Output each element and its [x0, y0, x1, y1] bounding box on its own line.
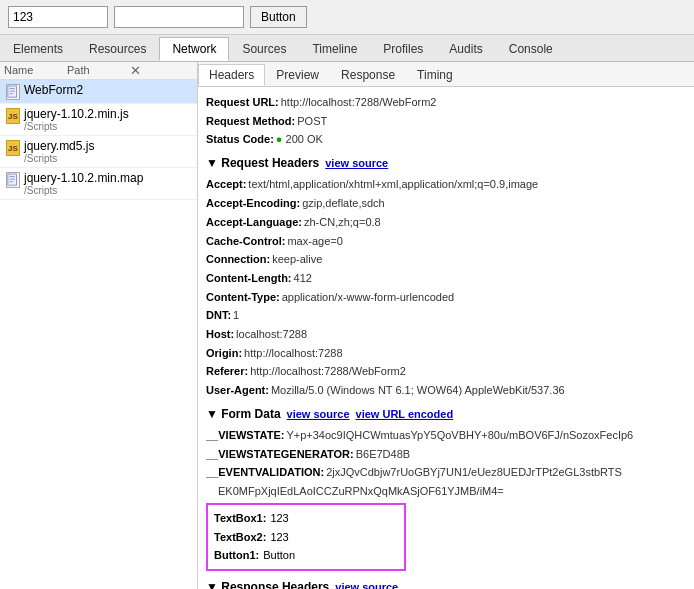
right-tab-bar: Headers Preview Response Timing — [198, 62, 694, 87]
tab-profiles[interactable]: Profiles — [370, 37, 436, 61]
button1-key: Button1: — [214, 546, 259, 565]
tab-sources[interactable]: Sources — [229, 37, 299, 61]
textbox2-key: TextBox2: — [214, 528, 266, 547]
request-url-row: Request URL: http://localhost:7288/WebFo… — [206, 93, 686, 112]
top-bar: Button — [0, 0, 694, 35]
status-dot: ● — [276, 133, 286, 145]
devtools-tab-bar: Elements Resources Network Sources Timel… — [0, 35, 694, 62]
textbox1-row: TextBox1: 123 — [214, 509, 398, 528]
eventvalidation-row: __EVENTVALIDATION: 2jxJQvCdbjw7rUoGBYj7U… — [206, 463, 686, 482]
tab-network[interactable]: Network — [159, 37, 229, 61]
request-method-row: Request Method: POST — [206, 112, 686, 131]
origin-row: Origin: http://localhost:7288 — [206, 344, 686, 363]
form-view-url-encoded-link[interactable]: view URL encoded — [356, 405, 454, 424]
view-source-link[interactable]: view source — [325, 154, 388, 173]
request-method-key: Request Method: — [206, 112, 295, 131]
file-info: jquery.md5.js /Scripts — [24, 139, 191, 164]
tab-elements[interactable]: Elements — [0, 37, 76, 61]
tab-resources[interactable]: Resources — [76, 37, 159, 61]
viewstate-row: __VIEWSTATE: Y+p+34oc9IQHCWmtuasYpY5QoVB… — [206, 426, 686, 445]
textbox1-val: 123 — [270, 509, 288, 528]
file-name: jquery-1.10.2.min.js — [24, 107, 191, 121]
tab-timeline[interactable]: Timeline — [299, 37, 370, 61]
file-name: jquery.md5.js — [24, 139, 191, 153]
accept-encoding-row: Accept-Encoding: gzip,deflate,sdch — [206, 194, 686, 213]
response-view-source-link[interactable]: view source — [335, 578, 398, 589]
status-code-row: Status Code: ● 200 OK — [206, 130, 686, 149]
response-headers-label: ▼ Response Headers — [206, 577, 329, 589]
content-length-row: Content-Length: 412 — [206, 269, 686, 288]
accept-language-row: Accept-Language: zh-CN,zh;q=0.8 — [206, 213, 686, 232]
file-info: WebForm2 — [24, 83, 191, 97]
file-item[interactable]: jquery-1.10.2.min.map /Scripts — [0, 168, 197, 200]
status-code-val: ● 200 OK — [276, 130, 323, 149]
textbox1-key: TextBox1: — [214, 509, 266, 528]
cache-control-row: Cache-Control: max-age=0 — [206, 232, 686, 251]
close-left-panel[interactable]: ✕ — [130, 64, 193, 77]
page-icon — [6, 172, 20, 188]
file-path: /Scripts — [24, 153, 191, 164]
tab-headers[interactable]: Headers — [198, 64, 265, 86]
right-panel: Headers Preview Response Timing Request … — [198, 62, 694, 589]
tab-response[interactable]: Response — [330, 64, 406, 86]
form-data-label: ▼ Form Data — [206, 404, 281, 424]
submit-button[interactable]: Button — [250, 6, 307, 28]
js-icon: JS — [6, 108, 20, 124]
js-icon: JS — [6, 140, 20, 156]
main-layout: Name Path ✕ WebForm2 JS jquery-1.10.2.mi… — [0, 62, 694, 589]
tab-audits[interactable]: Audits — [436, 37, 495, 61]
request-headers-label: ▼ Request Headers — [206, 153, 319, 173]
file-info: jquery-1.10.2.min.js /Scripts — [24, 107, 191, 132]
file-name: jquery-1.10.2.min.map — [24, 171, 191, 185]
input1[interactable] — [8, 6, 108, 28]
left-panel: Name Path ✕ WebForm2 JS jquery-1.10.2.mi… — [0, 62, 198, 589]
response-headers-section: ▼ Response Headers view source — [206, 577, 686, 589]
long-val-row: EK0MFpXjqIEdLAoICCZuRPNxQqMkASjOF61YJMB/… — [206, 482, 686, 501]
file-item[interactable]: JS jquery.md5.js /Scripts — [0, 136, 197, 168]
referer-row: Referer: http://localhost:7288/WebForm2 — [206, 362, 686, 381]
input2[interactable] — [114, 6, 244, 28]
accept-row: Accept: text/html,application/xhtml+xml,… — [206, 175, 686, 194]
tab-console[interactable]: Console — [496, 37, 566, 61]
page-icon — [6, 84, 20, 100]
button1-val: Button — [263, 546, 295, 565]
file-item[interactable]: JS jquery-1.10.2.min.js /Scripts — [0, 104, 197, 136]
headers-content: Request URL: http://localhost:7288/WebFo… — [198, 87, 694, 589]
tab-preview[interactable]: Preview — [265, 64, 330, 86]
name-col-header: Name — [4, 64, 67, 77]
tab-timing[interactable]: Timing — [406, 64, 464, 86]
request-headers-section: ▼ Request Headers view source — [206, 153, 686, 173]
textbox2-row: TextBox2: 123 — [214, 528, 398, 547]
request-url-key: Request URL: — [206, 93, 279, 112]
file-name: WebForm2 — [24, 83, 191, 97]
form-data-section: ▼ Form Data view source view URL encoded — [206, 404, 686, 424]
textbox2-val: 123 — [270, 528, 288, 547]
viewstategenerator-row: __VIEWSTATEGENERATOR: B6E7D48B — [206, 445, 686, 464]
status-code-key: Status Code: — [206, 130, 274, 149]
highlighted-form-data: TextBox1: 123 TextBox2: 123 Button1: But… — [206, 503, 406, 571]
file-item[interactable]: WebForm2 — [0, 80, 197, 104]
user-agent-row: User-Agent: Mozilla/5.0 (Windows NT 6.1;… — [206, 381, 686, 400]
file-path: /Scripts — [24, 121, 191, 132]
dnt-row: DNT: 1 — [206, 306, 686, 325]
form-view-source-link[interactable]: view source — [287, 405, 350, 424]
request-method-val: POST — [297, 112, 327, 131]
left-panel-header: Name Path ✕ — [0, 62, 197, 80]
content-type-row: Content-Type: application/x-www-form-url… — [206, 288, 686, 307]
host-row: Host: localhost:7288 — [206, 325, 686, 344]
request-url-val: http://localhost:7288/WebForm2 — [281, 93, 437, 112]
file-path: /Scripts — [24, 185, 191, 196]
button1-row: Button1: Button — [214, 546, 398, 565]
connection-row: Connection: keep-alive — [206, 250, 686, 269]
file-info: jquery-1.10.2.min.map /Scripts — [24, 171, 191, 196]
path-col-header: Path — [67, 64, 130, 77]
